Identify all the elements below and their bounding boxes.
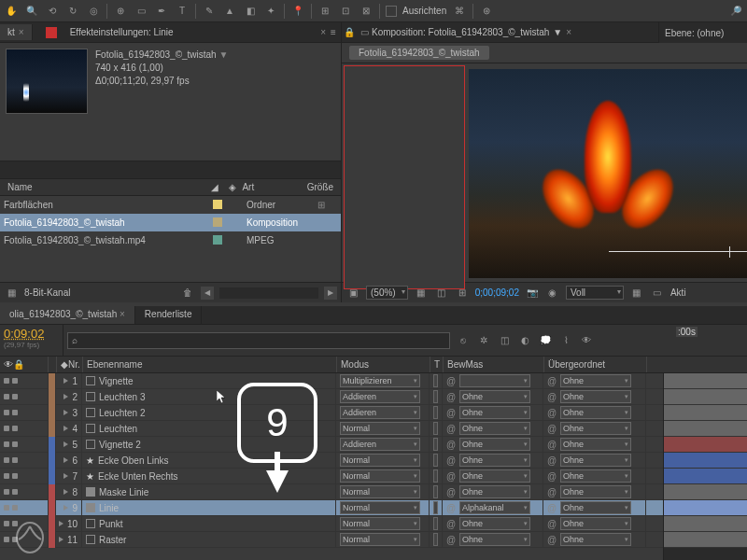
- layer-color-label[interactable]: [49, 469, 55, 484]
- parent-dropdown[interactable]: Ohne: [560, 438, 631, 451]
- solo-toggle[interactable]: [12, 457, 18, 463]
- track-matte-dropdown[interactable]: Ohne: [459, 406, 530, 419]
- pickwhip-icon[interactable]: @: [547, 392, 558, 402]
- track-matte-dropdown[interactable]: Ohne: [459, 438, 530, 451]
- layer-color-label[interactable]: [49, 500, 55, 516]
- parent-dropdown[interactable]: Ohne: [560, 454, 631, 467]
- parent-dropdown[interactable]: Ohne: [560, 517, 631, 530]
- snap-icon[interactable]: ⌘: [452, 4, 467, 19]
- pickwhip-icon[interactable]: @: [446, 392, 458, 402]
- parent-dropdown[interactable]: Ohne: [560, 469, 631, 483]
- layer-row[interactable]: 5 Vignette 2 Addieren @Ohne @Ohne: [0, 437, 663, 453]
- project-row[interactable]: FarbflächenOrdner⊞: [0, 196, 341, 214]
- bit-depth-toggle[interactable]: 8-Bit-Kanal: [24, 287, 70, 298]
- track-matte-dropdown[interactable]: Ohne: [459, 390, 530, 403]
- blend-mode-dropdown[interactable]: Addieren: [340, 438, 420, 451]
- track-matte-type-dropdown[interactable]: [433, 374, 438, 387]
- layer-track-bar[interactable]: [664, 469, 747, 484]
- blend-mode-dropdown[interactable]: Normal: [340, 422, 420, 435]
- layer-track-bar[interactable]: [664, 437, 747, 453]
- solo-toggle[interactable]: [12, 426, 18, 431]
- pickwhip-icon[interactable]: @: [446, 424, 458, 434]
- visibility-toggle[interactable]: [4, 473, 9, 479]
- roto-tool-icon[interactable]: ✦: [263, 4, 278, 19]
- pin-tool-icon[interactable]: 📍: [290, 4, 305, 19]
- layer-color-label[interactable]: [49, 373, 55, 389]
- visibility-toggle[interactable]: [4, 489, 9, 495]
- track-matte-dropdown[interactable]: Ohne: [459, 533, 530, 546]
- solo-toggle[interactable]: [12, 410, 18, 415]
- text-tool-icon[interactable]: T: [175, 4, 190, 19]
- track-matte-type-dropdown[interactable]: [433, 533, 438, 546]
- pickwhip-icon[interactable]: @: [547, 471, 558, 482]
- layer-color-label[interactable]: [49, 421, 55, 437]
- camera-tool-icon[interactable]: ◎: [86, 4, 101, 19]
- blend-mode-dropdown[interactable]: Normal: [340, 517, 420, 530]
- eraser-tool-icon[interactable]: ◧: [243, 4, 258, 19]
- pickwhip-icon[interactable]: @: [547, 455, 558, 466]
- comp-tab-title[interactable]: Komposition: Fotolia_61942803_©_twistah: [372, 27, 549, 37]
- layer-row[interactable]: 8 Maske Linie Normal @Ohne @Ohne: [0, 484, 663, 500]
- pickwhip-icon[interactable]: @: [547, 424, 558, 434]
- expand-layer-icon[interactable]: [63, 410, 68, 415]
- expand-layer-icon[interactable]: [63, 489, 68, 495]
- time-ruler[interactable]: :00s: [672, 325, 747, 356]
- render-queue-tab[interactable]: Renderliste: [135, 306, 203, 324]
- solo-toggle[interactable]: [12, 505, 18, 511]
- shape-tool-icon[interactable]: ▭: [134, 4, 148, 19]
- pickwhip-icon[interactable]: @: [547, 535, 558, 545]
- blend-mode-dropdown[interactable]: Normal: [340, 533, 420, 546]
- active-camera-label[interactable]: Akti: [670, 287, 686, 298]
- track-matte-type-dropdown[interactable]: [433, 406, 438, 419]
- pickwhip-icon[interactable]: @: [547, 519, 558, 529]
- expand-layer-icon[interactable]: [63, 378, 68, 384]
- solo-toggle[interactable]: [12, 394, 18, 399]
- pickwhip-icon[interactable]: @: [547, 440, 558, 450]
- label-swatch-icon[interactable]: ◢: [207, 182, 226, 192]
- layer-track-bar[interactable]: [664, 532, 747, 548]
- layer-row[interactable]: 2 Leuchten 3 Addieren @Ohne @Ohne: [0, 389, 663, 405]
- expand-layer-icon[interactable]: [59, 521, 63, 526]
- search-help-icon[interactable]: 🔎: [728, 4, 743, 19]
- shy-toggle-icon[interactable]: 👁: [579, 333, 594, 348]
- orbit-tool-icon[interactable]: ⟲: [45, 4, 60, 19]
- comp-mini-flowchart-icon[interactable]: ⎋: [456, 333, 471, 348]
- view-axis-icon[interactable]: ⊠: [359, 4, 374, 19]
- solo-toggle[interactable]: [12, 441, 18, 447]
- expand-layer-icon[interactable]: [59, 537, 63, 542]
- track-matte-type-dropdown[interactable]: [433, 469, 438, 483]
- trash-icon[interactable]: 🗑: [180, 286, 195, 301]
- layer-color-label[interactable]: [49, 484, 55, 500]
- close-icon[interactable]: ×: [566, 27, 571, 37]
- resolution-dropdown[interactable]: Voll: [566, 286, 624, 300]
- layer-row[interactable]: 3 Leuchten 2 Addieren @Ohne @Ohne: [0, 405, 663, 421]
- lock-column-icon[interactable]: 🔒: [13, 359, 24, 370]
- pickwhip-icon[interactable]: @: [547, 503, 558, 513]
- track-matte-type-dropdown[interactable]: [433, 501, 438, 514]
- brush-tool-icon[interactable]: ✎: [202, 4, 217, 19]
- pickwhip-icon[interactable]: @: [446, 376, 458, 386]
- blend-mode-dropdown[interactable]: Multiplizieren: [340, 374, 420, 387]
- visibility-toggle[interactable]: [4, 410, 9, 415]
- solo-toggle[interactable]: [12, 489, 18, 495]
- stamp-tool-icon[interactable]: ▲: [222, 4, 237, 19]
- anchor-tool-icon[interactable]: ⊕: [113, 4, 128, 19]
- layer-row[interactable]: 9 Linie Normal @Alphakanal @Ohne: [0, 500, 663, 516]
- dropdown-arrow-icon[interactable]: ▼: [218, 49, 228, 60]
- zoom-dropdown[interactable]: (50%): [366, 286, 408, 300]
- zoom-tool-icon[interactable]: 🔍: [24, 4, 39, 19]
- expand-layer-icon[interactable]: [63, 473, 68, 479]
- project-row[interactable]: Fotolia_61942803_©_twistah.mp4MPEG: [0, 231, 341, 249]
- parent-dropdown[interactable]: Ohne: [560, 485, 631, 498]
- layer-track-bar[interactable]: [664, 389, 747, 405]
- transparency-icon[interactable]: ▦: [629, 286, 644, 301]
- panel-menu-icon[interactable]: ≡: [326, 25, 341, 40]
- visibility-toggle[interactable]: [4, 505, 9, 511]
- parent-dropdown[interactable]: Ohne: [560, 422, 631, 435]
- snapshot-icon[interactable]: 📷: [525, 286, 540, 301]
- brainstorm-icon[interactable]: 💭: [538, 333, 553, 348]
- track-matte-dropdown[interactable]: Ohne: [459, 485, 530, 498]
- parent-dropdown[interactable]: Ohne: [560, 390, 631, 403]
- layer-track-bar[interactable]: [664, 500, 747, 516]
- track-matte-dropdown[interactable]: Alphakanal: [459, 501, 530, 514]
